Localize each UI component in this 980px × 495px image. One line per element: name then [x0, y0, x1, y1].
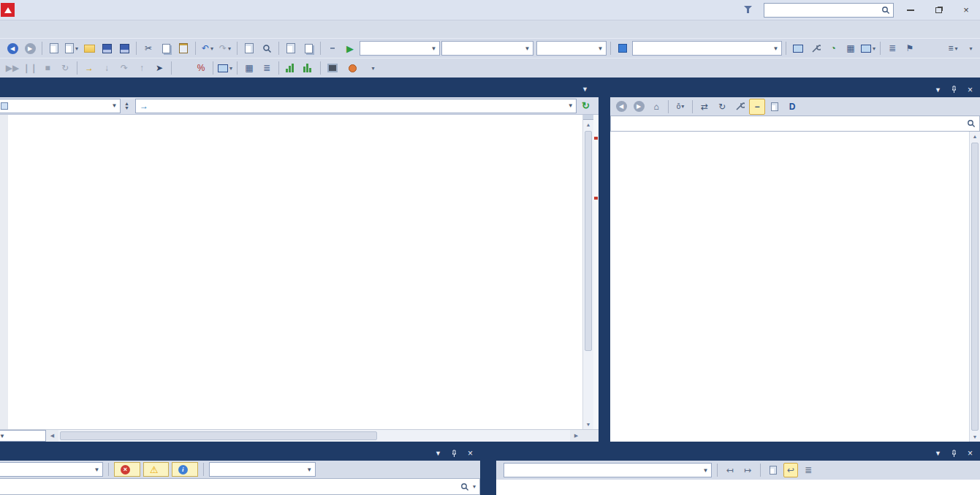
scroll-thumb[interactable] [971, 143, 979, 431]
qtm-module-combo[interactable]: ▼ [632, 41, 782, 56]
platform-combo[interactable]: ▼ [536, 41, 607, 56]
scroll-down-arrow[interactable]: ▼ [970, 432, 980, 442]
show-next-statement-button[interactable]: → [81, 60, 97, 76]
scope-dropdown[interactable]: ō▾ [672, 99, 688, 115]
cut-button[interactable]: ✂ [140, 40, 156, 56]
device-tools-button[interactable] [808, 40, 824, 56]
home-icon[interactable]: ⌂ [648, 99, 664, 115]
toolbar-overflow-button[interactable]: ≡▾ [945, 40, 961, 56]
memory-button[interactable]: ≣ [259, 60, 275, 76]
solution-configuration-combo[interactable]: ▼ [360, 41, 440, 56]
navigate-forward-button[interactable]: ▶ [22, 40, 38, 56]
definition-spinner[interactable]: ▲▼ [122, 99, 132, 113]
find-button[interactable] [241, 40, 257, 56]
trace-graph-button[interactable] [300, 60, 316, 76]
output-source-combo[interactable]: ▼ [504, 463, 712, 477]
qt-button[interactable] [324, 40, 341, 56]
code-editor[interactable]: ▲ ▼ [0, 115, 599, 429]
zoom-combo[interactable]: ▼ [0, 430, 46, 442]
solution-explorer-scrollbar[interactable]: ▲ ▼ [969, 132, 980, 442]
undo-button[interactable]: ↶▾ [200, 40, 216, 56]
stopwatch-button[interactable]: ◔ [825, 40, 841, 56]
navigate-to-button[interactable] [283, 40, 299, 56]
continue-button[interactable]: ▶▶ [4, 60, 20, 76]
splitter-handle[interactable] [583, 115, 593, 120]
step-into-button[interactable]: ↓ [99, 60, 115, 76]
debugger-select-button[interactable] [346, 60, 363, 76]
toolbar-options-button[interactable]: ▾ [962, 40, 979, 56]
debug-browser-combo[interactable]: ▼ [441, 41, 533, 56]
error-list-header[interactable]: ▼ × [0, 446, 480, 461]
copy-button[interactable] [158, 40, 174, 56]
breakpoint-gutter[interactable] [0, 115, 8, 429]
run-to-cursor-button[interactable]: ➤ [151, 60, 167, 76]
sync-with-active-document-icon[interactable]: ⇄ [696, 99, 713, 115]
clear-all-icon[interactable] [766, 463, 780, 477]
scroll-up-arrow[interactable]: ▲ [970, 132, 980, 141]
error-list-search[interactable]: ▾ [0, 478, 480, 495]
close-button[interactable]: × [955, 3, 977, 18]
tab-list-dropdown[interactable]: ▼ [582, 86, 594, 93]
refresh-icon[interactable]: ↻ [714, 99, 730, 115]
solution-explorer-search-input[interactable] [611, 118, 967, 129]
previous-message-icon[interactable]: ↤ [723, 463, 737, 477]
quick-launch-box[interactable] [764, 3, 894, 18]
close-icon[interactable]: × [465, 448, 476, 459]
messages-filter-button[interactable]: i [172, 462, 198, 477]
save-all-button[interactable] [116, 40, 132, 56]
window-position-dropdown-icon[interactable]: ▼ [932, 448, 943, 459]
percent-button[interactable]: % [193, 60, 209, 76]
show-all-files-icon[interactable] [767, 99, 783, 115]
next-message-icon[interactable]: ↦ [740, 463, 755, 477]
toolbar-grip[interactable] [0, 61, 1, 75]
go-button[interactable]: ↻ [578, 100, 596, 111]
restart-button[interactable]: ↻ [57, 60, 73, 76]
paste-button[interactable] [175, 40, 191, 56]
word-wrap-icon[interactable]: ↩ [783, 463, 798, 477]
warnings-filter-button[interactable]: ⚠ [143, 462, 169, 477]
scroll-lock-icon[interactable]: ≣ [801, 463, 816, 477]
scroll-left-arrow[interactable]: ◀ [46, 430, 58, 442]
scroll-right-arrow[interactable]: ▶ [570, 430, 582, 442]
error-source-combo[interactable]: ▼ [209, 462, 316, 477]
horizontal-scrollbar[interactable] [58, 430, 570, 442]
step-out-button[interactable]: ↑ [134, 60, 150, 76]
navigate-backward-button[interactable]: ◀ [4, 40, 20, 56]
close-icon[interactable]: × [965, 84, 976, 95]
output-header[interactable]: ▼ × [496, 446, 980, 461]
collapse-all-icon[interactable]: − [749, 99, 765, 115]
window-position-dropdown-icon[interactable]: ▼ [433, 448, 444, 459]
redo-button[interactable]: ↷▾ [217, 40, 233, 56]
error-mark[interactable] [594, 137, 598, 140]
outlining-margin[interactable] [8, 115, 20, 429]
error-mark[interactable] [594, 197, 598, 200]
pin-icon[interactable] [949, 448, 960, 459]
editor-margin-button[interactable]: ≣ [884, 40, 900, 56]
close-icon[interactable]: × [965, 448, 976, 459]
watch-window-button[interactable]: ▾ [217, 60, 233, 76]
output-content[interactable] [496, 480, 980, 495]
io-view-button[interactable]: ▦ [843, 40, 859, 56]
properties-wrench-icon[interactable] [732, 99, 748, 115]
mode-filter-funnel-icon[interactable] [744, 6, 752, 14]
pin-icon[interactable] [449, 448, 460, 459]
bookmarks-button[interactable]: ⚑ [902, 40, 918, 56]
window-position-dropdown-icon[interactable]: ▼ [932, 84, 943, 95]
back-button[interactable]: ◀ [613, 99, 629, 115]
save-button[interactable] [99, 40, 115, 56]
context-combo[interactable]: ▼ [0, 99, 121, 113]
device-programming-button[interactable] [790, 40, 806, 56]
scroll-up-arrow[interactable]: ▲ [583, 120, 593, 129]
device-select-button[interactable] [324, 60, 344, 76]
breakpoints-button[interactable]: ▦ [241, 60, 257, 76]
break-all-button[interactable]: ❘❘ [22, 60, 38, 76]
graph-button[interactable] [283, 60, 299, 76]
new-project-button[interactable] [46, 40, 62, 56]
pin-icon[interactable] [949, 84, 960, 95]
find-in-files-button[interactable] [259, 40, 275, 56]
forward-button[interactable]: ▶ [631, 99, 647, 115]
step-over-button[interactable]: ↷ [116, 60, 132, 76]
search-options-dropdown[interactable]: ▾ [473, 483, 476, 490]
scroll-thumb[interactable] [60, 431, 377, 440]
start-debugging-button[interactable]: ▶ [342, 40, 358, 56]
